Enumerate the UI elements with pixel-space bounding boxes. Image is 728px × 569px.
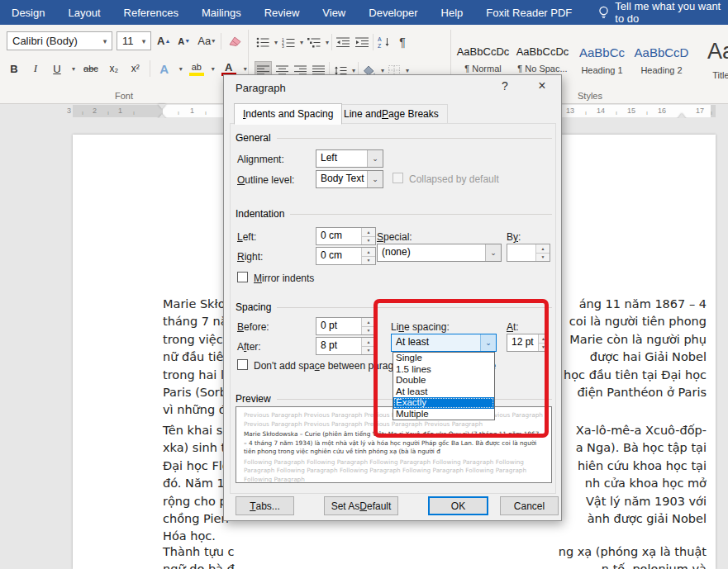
- chevron-down-icon[interactable]: ⌄: [367, 171, 383, 187]
- close-icon[interactable]: ×: [528, 77, 556, 95]
- chevron-down-icon[interactable]: ▾: [381, 67, 384, 74]
- indent-right-spinner[interactable]: 0 cm ▲▼: [316, 247, 376, 265]
- after-spinner[interactable]: 8 pt ▲▼: [316, 337, 376, 355]
- chevron-down-icon[interactable]: ▾: [274, 39, 278, 46]
- ribbon-tab[interactable]: Developer: [357, 0, 429, 25]
- line-spacing-option[interactable]: Double: [393, 375, 494, 386]
- chevron-down-icon[interactable]: ▾: [244, 65, 247, 73]
- line-spacing-option[interactable]: 1.5 lines: [393, 364, 494, 376]
- text-effects-button[interactable]: A: [157, 59, 172, 78]
- font-size-combobox[interactable]: 11 ▾: [117, 31, 151, 50]
- tell-me-label: Tell me what you want to do: [615, 0, 728, 25]
- ribbon-tab[interactable]: Mailings: [190, 0, 253, 25]
- special-combobox[interactable]: (none) ⌄: [377, 244, 502, 262]
- spin-down-icon[interactable]: ▼: [536, 254, 550, 262]
- dont-add-space-checkbox[interactable]: [237, 359, 248, 370]
- superscript-button[interactable]: x²: [128, 59, 143, 78]
- chevron-down-icon[interactable]: ▾: [326, 39, 329, 46]
- outline-level-combobox[interactable]: Body Text ⌄: [316, 170, 383, 188]
- text-fragment-right: áng 11 năm 1867 – 4: [579, 297, 707, 315]
- ribbon-tab[interactable]: Help: [430, 0, 475, 25]
- paragraph[interactable]: Thành tựu cng xạ (phóng xạ là thuậtngữ d…: [163, 545, 707, 569]
- chevron-down-icon[interactable]: ⌄: [485, 244, 501, 261]
- alignment-combobox[interactable]: Left ⌄: [316, 149, 383, 168]
- style-card[interactable]: AaBbCc Heading 1: [573, 31, 630, 83]
- spin-up-icon[interactable]: ▲: [536, 244, 550, 254]
- bullet-list-button[interactable]: [255, 33, 271, 51]
- indent-left-spinner[interactable]: 0 cm ▲▼: [316, 227, 376, 245]
- shrink-font-button[interactable]: A▼: [176, 32, 192, 50]
- increase-indent-button[interactable]: [354, 33, 370, 51]
- line-spacing-option[interactable]: Exactly: [393, 397, 494, 409]
- ribbon-tab[interactable]: References: [112, 0, 190, 25]
- tab-indents-and-spacing[interactable]: Indents and Spacing: [234, 103, 342, 125]
- tab-line-and-page-breaks[interactable]: Line and Page Breaks: [335, 104, 448, 124]
- text-fragment-left: chồng Pierr: [163, 512, 231, 529]
- sort-button[interactable]: AZ: [376, 33, 393, 51]
- help-button[interactable]: ?: [493, 77, 516, 95]
- line-spacing-option[interactable]: At least: [393, 386, 494, 398]
- chevron-down-icon[interactable]: ▾: [137, 37, 150, 45]
- spin-up-icon[interactable]: ▲: [362, 248, 375, 257]
- tabs-button[interactable]: Tabs...: [236, 496, 294, 515]
- clear-formatting-button[interactable]: [226, 32, 244, 50]
- highlight-color-button[interactable]: ab: [189, 61, 204, 76]
- numbered-list-button[interactable]: 123: [280, 33, 297, 51]
- ruler-number: 1: [190, 107, 194, 115]
- line-spacing-option[interactable]: Multiple: [393, 409, 494, 420]
- ruler-number: 13: [566, 107, 574, 115]
- underline-button[interactable]: U: [50, 59, 64, 78]
- font-group-label: Font: [0, 91, 248, 101]
- spin-down-icon[interactable]: ▼: [539, 344, 548, 352]
- chevron-down-icon[interactable]: ▾: [352, 67, 355, 74]
- chevron-down-icon[interactable]: ⌄: [367, 150, 383, 167]
- chevron-down-icon[interactable]: ▾: [300, 39, 303, 46]
- subscript-button[interactable]: x₂: [107, 59, 121, 78]
- spin-down-icon[interactable]: ▼: [362, 347, 375, 355]
- before-spinner[interactable]: 0 pt ▲▼: [316, 317, 376, 335]
- italic-button[interactable]: I: [28, 59, 43, 78]
- chevron-down-icon[interactable]: ▾: [72, 65, 75, 73]
- ok-button[interactable]: OK: [428, 496, 488, 515]
- ribbon-tab[interactable]: Foxit Reader PDF: [474, 0, 583, 25]
- chevron-down-icon[interactable]: ⌄: [480, 334, 496, 351]
- spin-down-icon[interactable]: ▼: [362, 237, 375, 245]
- multilevel-list-button[interactable]: [306, 33, 322, 51]
- ribbon-tab[interactable]: Design: [0, 0, 56, 25]
- style-card[interactable]: AaBbCcD Heading 2: [633, 31, 690, 83]
- spin-up-icon[interactable]: ▲: [362, 338, 375, 347]
- line-spacing-option[interactable]: Single: [393, 353, 494, 364]
- change-case-button[interactable]: Aa▾: [196, 32, 216, 50]
- decrease-indent-button[interactable]: [335, 33, 351, 51]
- line-spacing-combobox[interactable]: At least ⌄: [391, 334, 497, 352]
- mirror-indents-checkbox[interactable]: [237, 272, 248, 282]
- indentation-group-label: Indentation: [236, 208, 284, 220]
- ribbon-tab[interactable]: Review: [253, 0, 312, 25]
- indent-marker[interactable]: [158, 104, 166, 119]
- chevron-down-icon[interactable]: ▾: [406, 67, 409, 74]
- lightbulb-icon: [598, 6, 609, 20]
- spin-down-icon[interactable]: ▼: [362, 257, 375, 265]
- ribbon-tab[interactable]: Layout: [56, 0, 112, 25]
- grow-font-button[interactable]: A▲: [155, 32, 172, 50]
- at-spinner[interactable]: 12 pt ▲▼: [507, 334, 549, 352]
- spin-up-icon[interactable]: ▲: [362, 318, 375, 327]
- indent-right-value: 0 cm: [316, 248, 361, 264]
- font-name-combobox[interactable]: Calibri (Body) ▾: [7, 31, 112, 50]
- set-as-default-button[interactable]: Set As Default: [324, 496, 398, 515]
- bold-button[interactable]: B: [7, 59, 21, 78]
- numbered-list-icon: 123: [282, 37, 295, 48]
- spin-up-icon[interactable]: ▲: [539, 334, 548, 344]
- tell-me-box[interactable]: Tell me what you want to do: [598, 0, 728, 25]
- chevron-down-icon[interactable]: ▾: [212, 65, 215, 73]
- style-card[interactable]: Aa Title: [692, 31, 728, 83]
- chevron-down-icon[interactable]: ▾: [179, 65, 183, 73]
- chevron-down-icon[interactable]: ▾: [98, 37, 112, 45]
- cancel-button[interactable]: Cancel: [500, 496, 559, 515]
- spin-up-icon[interactable]: ▲: [362, 228, 375, 237]
- ribbon-tab[interactable]: View: [311, 0, 357, 25]
- spin-down-icon[interactable]: ▼: [362, 327, 375, 335]
- by-spinner[interactable]: ▲▼: [507, 244, 550, 262]
- show-formatting-marks-button[interactable]: ¶: [395, 33, 410, 51]
- strikethrough-button[interactable]: abc: [82, 59, 100, 78]
